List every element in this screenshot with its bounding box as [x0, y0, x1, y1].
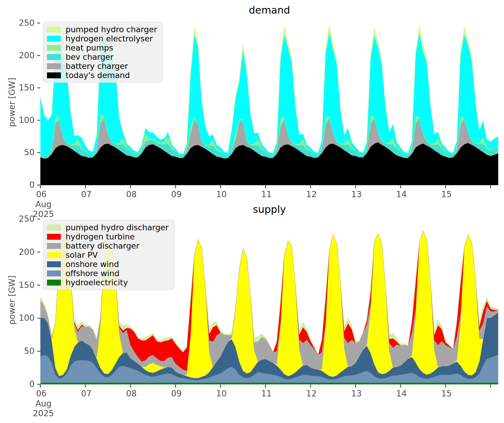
- legend-item: onshore wind: [47, 260, 169, 269]
- x-tick-label: 08: [126, 389, 137, 398]
- supply-area-hydroelectricity: [40, 383, 498, 384]
- legend-swatch-pumped-hydro-discharger: [47, 225, 61, 231]
- demand-chart-title: demand: [249, 4, 290, 16]
- legend-label: onshore wind: [66, 260, 119, 269]
- x-tick-label: 12: [306, 189, 317, 199]
- x-tick-label: 15: [441, 389, 452, 398]
- demand-area-today-s-demand: [40, 142, 498, 185]
- legend-swatch-solar-pv: [47, 252, 61, 258]
- x-axis-sublabel: 2025: [33, 409, 54, 418]
- y-tick-label: 0: [29, 180, 35, 190]
- legend-item: hydroelectricity: [47, 278, 169, 287]
- x-tick-label: 09: [171, 389, 182, 398]
- legend-item: heat pumps: [47, 43, 157, 52]
- legend-swatch-pumped-hydro-charger: [47, 27, 61, 33]
- legend-label: offshore wind: [66, 269, 119, 278]
- legend-item: today's demand: [47, 71, 157, 80]
- legend-swatch-battery-charger: [47, 63, 61, 69]
- legend-label: bev charger: [66, 52, 113, 61]
- legend-swatch-hydrogen-electrolyser: [47, 36, 61, 42]
- x-tick-label: 11: [261, 189, 272, 199]
- demand-legend: pumped hydro chargerhydrogen electrolyse…: [43, 22, 163, 83]
- x-tick-label: 15: [441, 189, 452, 199]
- figure: 05010015020025006070809101112131415Aug20…: [0, 0, 504, 423]
- legend-item: pumped hydro charger: [47, 25, 157, 34]
- y-tick-label: 200: [19, 247, 35, 257]
- x-tick-label: 06: [36, 389, 47, 398]
- legend-label: hydroelectricity: [66, 278, 128, 287]
- y-tick-label: 0: [29, 379, 35, 389]
- legend-label: today's demand: [66, 71, 130, 80]
- x-tick-label: 09: [171, 189, 182, 199]
- legend-label: battery charger: [66, 61, 128, 71]
- x-axis-sublabel: Aug: [35, 399, 52, 409]
- legend-label: hydrogen turbine: [66, 232, 135, 241]
- legend-item: solar PV: [47, 250, 169, 260]
- legend-item: battery charger: [47, 61, 157, 71]
- legend-swatch-today-s-demand: [47, 72, 61, 78]
- demand-y-axis-label-text: power [GW]: [7, 78, 17, 127]
- legend-swatch-heat-pumps: [47, 45, 61, 51]
- y-tick-label: 50: [24, 346, 35, 356]
- legend-item: pumped hydro discharger: [47, 223, 169, 232]
- supply-chart-title: supply: [253, 203, 286, 215]
- supply-y-axis-label-text: power [GW]: [7, 275, 17, 325]
- legend-swatch-offshore-wind: [47, 270, 61, 276]
- legend-swatch-battery-discharger: [47, 243, 61, 249]
- legend-item: hydrogen electrolyser: [47, 34, 157, 43]
- supply-legend: pumped hydro dischargerhydrogen turbineb…: [43, 220, 174, 290]
- y-tick-label: 100: [19, 313, 35, 323]
- x-tick-label: 07: [81, 389, 92, 398]
- legend-item: offshore wind: [47, 269, 169, 278]
- x-tick-label: 13: [351, 189, 362, 199]
- y-tick-label: 250: [19, 214, 35, 224]
- y-tick-label: 250: [19, 18, 35, 28]
- x-axis-sublabel: Aug: [35, 200, 52, 209]
- legend-label: pumped hydro charger: [66, 25, 157, 34]
- y-tick-label: 150: [19, 83, 35, 93]
- x-tick-label: 10: [216, 389, 227, 398]
- legend-item: hydrogen turbine: [47, 232, 169, 241]
- legend-item: bev charger: [47, 52, 157, 61]
- x-tick-label: 10: [216, 189, 227, 199]
- legend-label: solar PV: [66, 250, 98, 260]
- x-tick-label: 06: [36, 189, 47, 199]
- x-tick-label: 11: [261, 389, 272, 398]
- legend-item: battery discharger: [47, 241, 169, 250]
- x-tick-label: 14: [396, 389, 407, 398]
- legend-swatch-hydroelectricity: [47, 280, 61, 286]
- x-tick-label: 08: [126, 189, 137, 199]
- y-tick-label: 150: [19, 280, 35, 290]
- x-axis-sublabel: 2025: [33, 209, 54, 219]
- legend-swatch-onshore-wind: [47, 261, 61, 267]
- legend-label: heat pumps: [66, 43, 113, 52]
- legend-swatch-bev-charger: [47, 54, 61, 60]
- x-tick-label: 12: [306, 389, 317, 398]
- legend-label: battery discharger: [66, 241, 139, 250]
- y-tick-label: 100: [19, 115, 35, 125]
- x-tick-label: 07: [81, 189, 92, 199]
- x-tick-label: 14: [396, 189, 407, 199]
- x-tick-label: 13: [351, 389, 362, 398]
- y-tick-label: 50: [24, 148, 35, 157]
- legend-swatch-hydrogen-turbine: [47, 234, 61, 240]
- legend-label: pumped hydro discharger: [66, 223, 169, 232]
- y-tick-label: 200: [19, 51, 35, 60]
- legend-label: hydrogen electrolyser: [66, 34, 153, 43]
